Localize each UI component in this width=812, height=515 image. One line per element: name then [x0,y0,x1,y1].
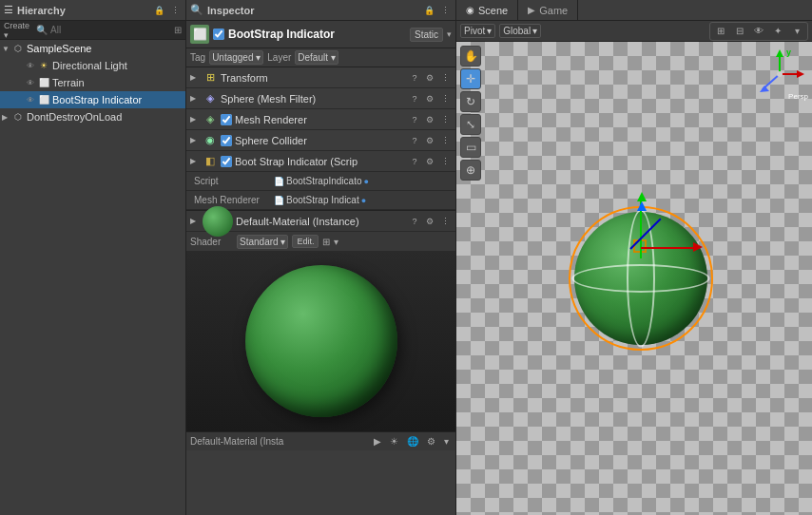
mesh-renderer-component-row[interactable]: ▶ ◈ Mesh Renderer ? ⚙ ⋮ [186,109,455,130]
mesh-renderer-filename: BootStrap Indicat [286,195,359,205]
hierarchy-item-bootstrap-indicator[interactable]: 👁 ⬜ BootStrap Indicator [0,91,185,108]
boot-script-menu-btn[interactable]: ⋮ [438,155,452,168]
shader-dropdown-icon[interactable]: ▾ [334,237,338,247]
hierarchy-item-terrain[interactable]: 👁 ⬜ Terrain [0,74,185,91]
mesh-filter-help-btn[interactable]: ? [408,92,421,105]
hierarchy-search-bar: Create ▾ 🔍 ⊞ [0,21,185,40]
scene-tab[interactable]: ◉ Scene [456,0,518,20]
shader-extra-icon[interactable]: ⊞ [322,237,330,247]
static-badge[interactable]: Static [410,28,443,42]
preview-globe-btn[interactable]: 🌐 [404,435,421,448]
hierarchy-lock-icon[interactable]: 🔒 [152,4,165,17]
dontdestroy-icon: ⬡ [11,110,25,124]
transform-arrow: ▶ [190,73,200,82]
boot-script-checkbox[interactable] [221,156,232,167]
layer-dropdown[interactable]: Default ▾ [295,50,338,65]
mesh-renderer-menu-btn[interactable]: ⋮ [438,113,452,126]
mesh-filter-menu-btn[interactable]: ⋮ [438,92,452,105]
preview-expand-btn[interactable]: ▾ [441,435,452,448]
tool-move-btn[interactable]: ✛ [460,68,481,89]
hierarchy-header-left: ☰ Hierarchy [4,4,66,16]
sphere-collider-settings-btn[interactable]: ⚙ [423,134,436,147]
inspector-icons: 🔒 ⋮ [422,4,452,17]
mesh-renderer-settings-btn[interactable]: ⚙ [423,113,436,126]
hierarchy-item-directional-light[interactable]: 👁 ☀ Directional Light [0,57,185,74]
shader-row: Shader Standard ▾ Edit. ⊞ ▾ [186,232,455,251]
boot-script-settings-btn[interactable]: ⚙ [423,155,436,168]
toolbar-snap-btn[interactable]: ⊟ [731,24,748,39]
inspector-lock-icon[interactable]: 🔒 [422,4,435,17]
preview-sphere [245,265,397,417]
shader-edit-button[interactable]: Edit. [292,235,319,248]
mesh-renderer-help-btn[interactable]: ? [408,113,421,126]
axis-persp-label: Persp [788,92,808,101]
transform-help-btn[interactable]: ? [408,71,421,85]
mesh-filter-name: Sphere (Mesh Filter) [221,93,405,105]
mesh-renderer-file-icon: 📄 [274,196,284,205]
static-dropdown-arrow[interactable]: ▾ [447,29,452,39]
material-settings-btn[interactable]: ⚙ [423,215,436,228]
object-enabled-checkbox[interactable] [213,29,224,40]
equator-ring [572,264,710,293]
mesh-renderer-checkbox[interactable] [221,114,232,125]
sphere-collider-component-row[interactable]: ▶ ◉ Sphere Collider ? ⚙ ⋮ [186,130,455,151]
tool-scale-btn[interactable]: ⤡ [460,114,481,135]
sphere-collider-arrow: ▶ [190,136,200,144]
hierarchy-panel: ☰ Hierarchy 🔒 ⋮ Create ▾ 🔍 ⊞ ▼ ⬡ SampleS… [0,0,186,515]
transform-component-row[interactable]: ▶ ⊞ Transform ? ⚙ ⋮ [186,67,455,88]
hierarchy-menu-icon[interactable]: ⋮ [168,4,182,17]
tool-rotate-btn[interactable]: ↻ [460,91,481,112]
global-label: Global [503,26,531,36]
toolbar-dropdown-btn[interactable]: ▾ [788,24,805,39]
shader-value: Standard [240,237,279,247]
shader-dropdown[interactable]: Standard ▾ [237,235,288,249]
game-tab[interactable]: ▶ Game [518,0,578,20]
global-dropdown[interactable]: Global ▾ [499,24,541,38]
boot-script-component-row[interactable]: ▶ ◧ Boot Strap Indicator (Scrip ? ⚙ ⋮ [186,151,455,172]
sphere-collider-menu-btn[interactable]: ⋮ [438,134,452,147]
create-button[interactable]: Create ▾ [4,21,33,40]
material-actions: ? ⚙ ⋮ [408,215,452,228]
transform-menu-btn[interactable]: ⋮ [438,71,452,85]
bootstrap-label: BootStrap Indicator [52,94,142,105]
material-menu-btn[interactable]: ⋮ [438,215,452,228]
material-help-btn[interactable]: ? [408,215,421,228]
boot-script-name: Boot Strap Indicator (Scrip [235,156,405,167]
toolbar-grid-btn[interactable]: ⊞ [712,24,729,39]
gizmo-x-axis [641,247,693,249]
boot-script-help-btn[interactable]: ? [408,155,421,168]
sphere-collider-checkbox[interactable] [221,135,232,146]
scene-tools: ✋ ✛ ↻ ⤡ ▭ ⊕ [460,46,481,181]
mesh-filter-settings-btn[interactable]: ⚙ [423,92,436,105]
mesh-filter-component-row[interactable]: ▶ ◈ Sphere (Mesh Filter) ? ⚙ ⋮ [186,88,455,109]
tool-hand-btn[interactable]: ✋ [460,46,481,67]
sphere-collider-help-btn[interactable]: ? [408,134,421,147]
sphere-collider-name: Sphere Collider [235,135,405,146]
preview-settings-btn[interactable]: ⚙ [424,435,438,448]
sample-scene-label: SampleScene [27,43,92,54]
hierarchy-item-dontdestroy[interactable]: ▶ ⬡ DontDestroyOnLoad [0,108,185,125]
preview-sun-btn[interactable]: ☀ [387,435,401,448]
inspector-icon: 🔍 [190,4,203,16]
mesh-renderer-field-value: 📄 BootStrap Indicat ● [274,195,366,205]
tool-transform-btn[interactable]: ⊕ [460,160,481,181]
inspector-menu-icon[interactable]: ⋮ [438,4,452,17]
svg-marker-3 [797,70,804,78]
pivot-dropdown[interactable]: Pivot ▾ [460,24,495,38]
game-tab-label: Game [539,5,568,16]
search-input[interactable] [50,25,171,35]
search-expand-icon[interactable]: ⊞ [174,25,182,35]
toolbar-grid-group: ⊞ ⊟ 👁 ✦ ▾ [709,22,808,41]
sample-scene-icon: ⬡ [11,42,25,55]
hierarchy-item-sample-scene[interactable]: ▼ ⬡ SampleScene [0,40,185,57]
toolbar-view-btn[interactable]: 👁 [750,24,767,39]
scene-game-panel: ◉ Scene ▶ Game Pivot ▾ Global ▾ ⊞ ⊟ 👁 [456,0,812,515]
toolbar-fx-btn[interactable]: ✦ [769,24,786,39]
tag-dropdown[interactable]: Untagged ▾ [209,50,263,65]
scene-viewport[interactable]: ✋ ✛ ↻ ⤡ ▭ ⊕ [456,42,812,515]
svg-marker-5 [760,86,769,92]
preview-play-btn[interactable]: ▶ [371,435,384,448]
transform-name: Transform [221,72,405,84]
tool-rect-btn[interactable]: ▭ [460,137,481,158]
transform-settings-btn[interactable]: ⚙ [423,71,436,85]
